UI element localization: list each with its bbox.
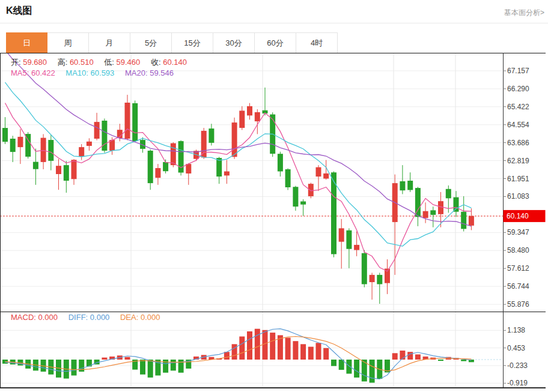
macd-axis: 1.1380.453-0.233-0.919 (503, 326, 528, 387)
price-axis-label: 67.157 (507, 67, 529, 75)
ma-readout: MA5: 60.422 MA10: 60.593 MA20: 59.546 (11, 68, 182, 77)
low-value: 59.460 (117, 58, 141, 67)
price-axis-label: 55.876 (507, 300, 529, 309)
high-label: 高: (58, 58, 68, 67)
price-axis-label: 58.480 (507, 246, 529, 255)
tab-month[interactable]: 月 (89, 32, 130, 53)
svg-text:60.140: 60.140 (507, 212, 529, 220)
price-axis-label: 61.083 (507, 192, 529, 201)
macd-value: 0.000 (38, 313, 58, 322)
price-axis-label: 63.686 (507, 139, 529, 147)
price-axis-label: 59.347 (507, 228, 529, 237)
ma5-value: 60.422 (31, 68, 55, 77)
tab-4hour[interactable]: 4时 (296, 32, 338, 53)
macd-histogram (2, 329, 474, 383)
price-axis-label: 56.744 (507, 282, 529, 291)
close-label: 收: (151, 58, 161, 67)
close-value: 60.140 (163, 58, 187, 67)
kline-chart[interactable]: 67.15766.29065.42264.55463.68662.81961.9… (0, 53, 548, 389)
diff-value: 0.000 (90, 313, 110, 322)
ohlc-readout: 开: 59.680 高: 60.510 低: 59.460 收: 60.140 (11, 57, 195, 68)
candles (2, 88, 474, 304)
ma20-value: 59.546 (150, 68, 174, 77)
header-divider (0, 23, 548, 23)
open-value: 59.680 (23, 58, 47, 67)
open-label: 开: (11, 58, 21, 67)
fundamental-analysis-link[interactable]: 基本面分析> (504, 8, 544, 18)
tab-60min[interactable]: 60分 (255, 32, 296, 53)
price-axis-label: 57.612 (507, 264, 529, 273)
dea-value: 0.000 (141, 313, 160, 322)
macd-axis-label: -0.233 (507, 361, 528, 370)
macd-axis-label: -0.919 (507, 379, 528, 387)
macd-label: MACD: (11, 313, 36, 322)
price-axis-label: 62.819 (507, 157, 529, 165)
tab-week[interactable]: 周 (47, 32, 89, 53)
macd-axis-label: 0.453 (507, 344, 525, 352)
dea-label: DEA: (120, 313, 138, 322)
tab-30min[interactable]: 30分 (213, 32, 255, 53)
ma5-label: MA5: (11, 68, 29, 77)
page-title: K线图 (6, 5, 32, 17)
kline-page: K线图 基本面分析> 日 周 月 5分 15分 30分 60分 4时 67.15… (0, 0, 548, 392)
price-axis-label: 61.951 (507, 175, 529, 183)
macd-axis-label: 1.138 (507, 326, 525, 334)
diff-label: DIFF: (68, 313, 88, 322)
tab-5min[interactable]: 5分 (130, 32, 172, 53)
ma10-label: MA10: (65, 68, 88, 77)
tab-day[interactable]: 日 (6, 32, 47, 53)
period-tabs: 日 周 月 5分 15分 30分 60分 4时 (6, 32, 338, 53)
price-axis-label: 65.422 (507, 103, 529, 111)
high-value: 60.510 (70, 58, 94, 67)
current-price-badge: 60.140 (504, 210, 546, 222)
low-label: 低: (104, 58, 114, 67)
price-axis: 67.15766.29065.42264.55463.68662.81961.9… (503, 67, 529, 309)
ma10-value: 60.593 (91, 68, 115, 77)
price-axis-label: 64.554 (507, 121, 529, 129)
ma20-line (5, 53, 472, 226)
ma20-label: MA20: (125, 68, 148, 77)
price-axis-label: 66.290 (507, 85, 529, 93)
tab-15min[interactable]: 15分 (172, 32, 213, 53)
macd-readout: MACD: 0.000 DIFF: 0.000 DEA: 0.000 (11, 313, 169, 322)
